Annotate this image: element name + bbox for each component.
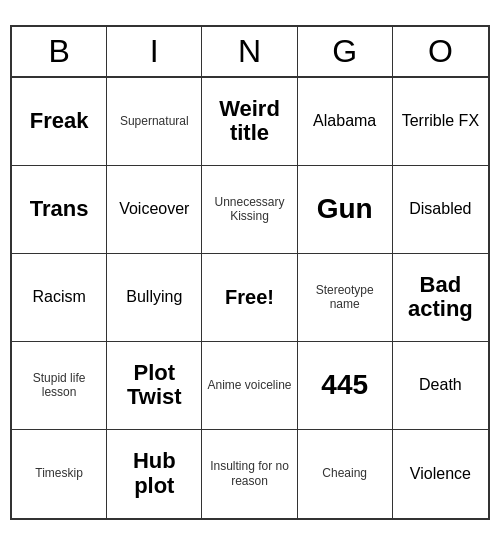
- cell-text: Stupid life lesson: [16, 371, 102, 400]
- cell-text: Freak: [30, 109, 89, 133]
- cell-text: Alabama: [313, 111, 376, 130]
- header-letter: I: [107, 27, 202, 76]
- cell-text: Gun: [317, 193, 373, 225]
- bingo-cell-r2c4[interactable]: Gun: [298, 166, 393, 254]
- cell-text: Hub plot: [111, 449, 197, 497]
- bingo-cell-r1c3[interactable]: Weird title: [202, 78, 297, 166]
- cell-text: Unnecessary Kissing: [206, 195, 292, 224]
- cell-text: Cheaing: [322, 466, 367, 480]
- bingo-cell-r5c3[interactable]: Insulting for no reason: [202, 430, 297, 518]
- cell-text: Trans: [30, 197, 89, 221]
- bingo-cell-r3c5[interactable]: Bad acting: [393, 254, 488, 342]
- bingo-cell-r2c2[interactable]: Voiceover: [107, 166, 202, 254]
- cell-text: Violence: [410, 464, 471, 483]
- bingo-cell-r3c1[interactable]: Racism: [12, 254, 107, 342]
- cell-text: Supernatural: [120, 114, 189, 128]
- cell-text: Death: [419, 375, 462, 394]
- bingo-cell-r4c2[interactable]: Plot Twist: [107, 342, 202, 430]
- cell-text: Timeskip: [35, 466, 83, 480]
- bingo-cell-r4c3[interactable]: Anime voiceline: [202, 342, 297, 430]
- cell-text: Anime voiceline: [207, 378, 291, 392]
- cell-text: Weird title: [206, 97, 292, 145]
- bingo-cell-r4c4[interactable]: 445: [298, 342, 393, 430]
- cell-text: Insulting for no reason: [206, 459, 292, 488]
- bingo-cell-r2c3[interactable]: Unnecessary Kissing: [202, 166, 297, 254]
- cell-text: Bullying: [126, 287, 182, 306]
- cell-text: Bad acting: [397, 273, 484, 321]
- header-letter: O: [393, 27, 488, 76]
- bingo-cell-r1c2[interactable]: Supernatural: [107, 78, 202, 166]
- cell-text: Voiceover: [119, 199, 189, 218]
- bingo-cell-r5c4[interactable]: Cheaing: [298, 430, 393, 518]
- cell-text: Racism: [32, 287, 85, 306]
- bingo-card: BINGO FreakSupernaturalWeird titleAlabam…: [10, 25, 490, 520]
- bingo-cell-r3c2[interactable]: Bullying: [107, 254, 202, 342]
- bingo-cell-r5c1[interactable]: Timeskip: [12, 430, 107, 518]
- bingo-cell-r3c3[interactable]: Free!: [202, 254, 297, 342]
- header-letter: N: [202, 27, 297, 76]
- bingo-header: BINGO: [12, 27, 488, 78]
- header-letter: G: [298, 27, 393, 76]
- bingo-cell-r1c5[interactable]: Terrible FX: [393, 78, 488, 166]
- header-letter: B: [12, 27, 107, 76]
- cell-text: Stereotype name: [302, 283, 388, 312]
- bingo-cell-r5c5[interactable]: Violence: [393, 430, 488, 518]
- bingo-grid: FreakSupernaturalWeird titleAlabamaTerri…: [12, 78, 488, 518]
- bingo-cell-r4c1[interactable]: Stupid life lesson: [12, 342, 107, 430]
- cell-text: Disabled: [409, 199, 471, 218]
- bingo-cell-r1c1[interactable]: Freak: [12, 78, 107, 166]
- bingo-cell-r2c5[interactable]: Disabled: [393, 166, 488, 254]
- bingo-cell-r2c1[interactable]: Trans: [12, 166, 107, 254]
- cell-text: Free!: [225, 286, 274, 309]
- bingo-cell-r3c4[interactable]: Stereotype name: [298, 254, 393, 342]
- cell-text: Terrible FX: [402, 111, 479, 130]
- bingo-cell-r4c5[interactable]: Death: [393, 342, 488, 430]
- cell-text: Plot Twist: [111, 361, 197, 409]
- bingo-cell-r1c4[interactable]: Alabama: [298, 78, 393, 166]
- bingo-cell-r5c2[interactable]: Hub plot: [107, 430, 202, 518]
- cell-text: 445: [321, 369, 368, 401]
